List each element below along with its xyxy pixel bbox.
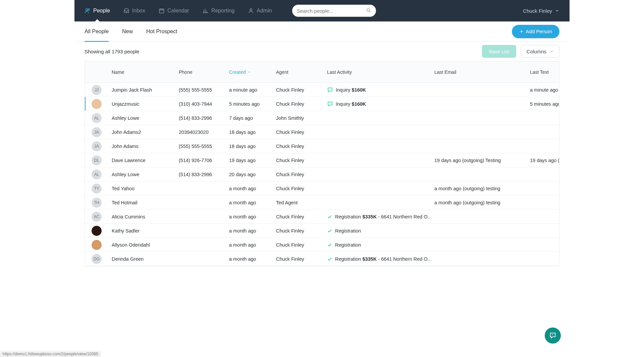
svg-point-3 [250,9,252,11]
cell-agent: Chuck Finley [273,158,324,163]
nav-item-admin[interactable]: Admin [248,8,272,14]
table-row[interactable]: ACAlicia Cumminsa month agoChuck FinleyR… [85,210,559,224]
activity-text: Registration [335,228,361,234]
top-nav: People Inbox Calendar Reporting Admin [74,0,570,21]
cell-name[interactable]: John Adams [108,144,175,149]
col-last-activity[interactable]: Last Activity [324,69,431,75]
cell-name[interactable]: Allyson Odendahl [108,242,175,248]
cell-agent: Ted Agent [273,200,324,205]
columns-label: Columns [527,49,546,54]
table-row[interactable]: TYTed Yahooa month agoChuck Finleya mont… [85,182,559,196]
cell-phone: (514) 833-2996 [175,115,226,121]
cell-phone: (514) 833-2996 [175,172,226,177]
cell-name[interactable]: Alicia Cummins [108,214,175,219]
avatar-cell [85,99,108,109]
cell-last-text: 19 days ago (out [527,158,559,163]
tab-all-people[interactable]: All People [85,21,109,42]
plus-icon [519,29,524,34]
help-button[interactable] [545,327,561,344]
table-row[interactable]: JJJumpin Jack Flash(555) 555-5555a minut… [85,83,559,97]
cell-name[interactable]: Jumpin Jack Flash [108,87,175,93]
cell-last-activity: Registration [324,228,431,234]
cell-name[interactable]: Ashley Lowe [108,115,175,121]
avatar: AL [92,113,102,123]
activity-text: Inquiry $160K [336,87,366,93]
col-created[interactable]: Created [226,69,273,75]
table-body: JJJumpin Jack Flash(555) 555-5555a minut… [85,83,559,266]
chevron-down-icon [550,49,554,53]
cell-name[interactable]: Dave Lawrence [108,158,175,163]
avatar-cell: JJ [85,85,108,95]
cell-agent: Chuck Finley [273,130,324,135]
nav-item-calendar[interactable]: Calendar [159,8,189,14]
avatar [92,240,102,250]
table-row[interactable]: Allyson Odendahla month agoChuck FinleyR… [85,238,559,252]
tab-new[interactable]: New [122,21,133,42]
check-icon [327,256,332,262]
svg-point-4 [367,8,369,11]
avatar-cell: DG [85,254,108,264]
table-row[interactable]: DGDerinda Greena month agoChuck FinleyRe… [85,252,559,266]
cell-created: a month ago [226,214,273,219]
cell-name[interactable]: Unjazzmusic [108,101,175,107]
cell-last-activity: Registration [324,242,431,248]
table-row[interactable]: THTed Hotmaila month agoTed Agenta month… [85,196,559,210]
cell-created: 19 days ago [226,158,273,163]
add-person-button[interactable]: Add Person [512,25,559,38]
activity-text: Registration $335K - 6641 Northern Red O… [335,256,431,262]
chart-icon [203,8,209,14]
cell-name[interactable]: John Adams2 [108,130,175,135]
cell-phone: (310) 403-7944 [175,101,226,107]
save-list-button[interactable]: Save List [482,45,516,58]
col-last-email[interactable]: Last Email [431,69,527,75]
cell-last-activity: Inquiry $160K [324,87,431,93]
cell-name[interactable]: Kathy Sadler [108,228,175,234]
col-created-label: Created [229,69,246,75]
cell-phone: 20394023020 [175,130,226,135]
inbox-icon [123,8,129,14]
search-input[interactable] [297,8,366,14]
activity-text: Registration $335K - 6641 Northern Red O… [335,214,431,219]
table-row[interactable]: Kathy Sadlera month agoChuck FinleyRegis… [85,224,559,238]
table-row[interactable]: ALAshley Lowe(514) 833-299620 days agoCh… [85,167,559,182]
search-box[interactable] [292,5,376,17]
people-icon [85,8,91,14]
cell-agent: John Smithly [273,115,324,121]
nav-label: People [93,8,110,14]
activity-text: Inquiry $160K [336,101,366,107]
table-row[interactable]: Unjazzmusic(310) 403-79445 minutes agoCh… [85,97,559,111]
table-row[interactable]: JAJohn Adams22039402302018 days agoChuck… [85,125,559,139]
user-menu[interactable]: Chuck Finley [523,8,559,14]
cell-created: a month ago [226,242,273,248]
nav-item-inbox[interactable]: Inbox [123,8,145,14]
table-row[interactable]: JAJohn Adams(555) 555-555518 days agoChu… [85,139,559,153]
cell-agent: Chuck Finley [273,214,324,219]
avatar-cell [85,240,108,250]
nav-item-people[interactable]: People [85,8,110,14]
avatar [92,226,102,236]
avatar: TH [92,198,102,208]
svg-rect-2 [159,9,164,13]
table-row[interactable]: DLDave Lawrence(514) 926-770619 days ago… [85,153,559,167]
table-row[interactable]: ALAshley Lowe(514) 833-29967 days agoJoh… [85,111,559,125]
cell-agent: Chuck Finley [273,144,324,149]
cell-created: a minute ago [226,87,273,93]
col-agent[interactable]: Agent [273,69,324,75]
cell-name[interactable]: Ashley Lowe [108,172,175,177]
avatar [92,99,102,109]
nav-item-reporting[interactable]: Reporting [203,8,234,14]
avatar-cell: JA [85,127,108,137]
col-phone[interactable]: Phone [175,69,226,75]
cell-name[interactable]: Ted Hotmail [108,200,175,205]
col-last-text[interactable]: Last Text [527,69,559,75]
cell-name[interactable]: Derinda Green [108,256,175,262]
col-name[interactable]: Name [108,69,175,75]
columns-button[interactable]: Columns [521,45,559,58]
cell-name[interactable]: Ted Yahoo [108,186,175,191]
avatar: DG [92,254,102,264]
cell-last-email: 19 days ago (outgoing) Testing [431,158,527,163]
avatar-cell: JA [85,141,108,151]
tab-hot-prospect[interactable]: Hot Prospect [146,21,177,42]
check-icon [327,242,332,248]
inquiry-icon [327,87,333,93]
